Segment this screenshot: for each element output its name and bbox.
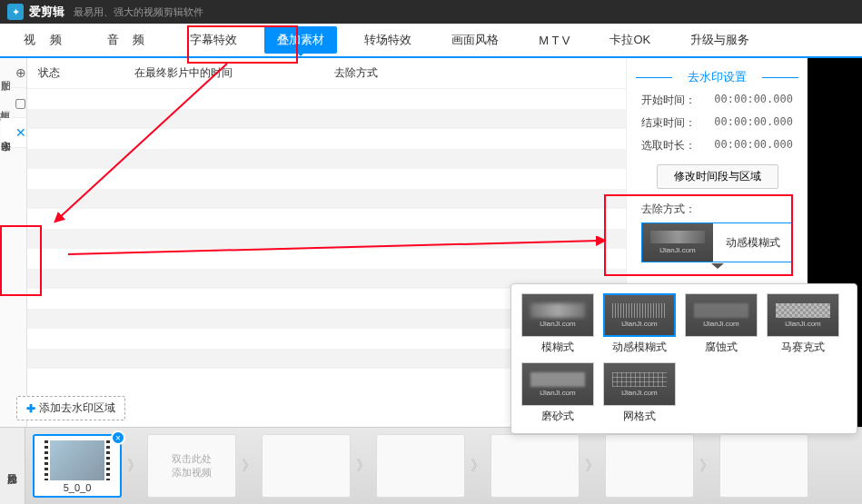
effect-option[interactable]: iJianJi.com腐蚀式 — [684, 293, 758, 355]
clip-arrow-icon: 》 — [471, 457, 485, 476]
table-row[interactable] — [27, 249, 626, 269]
remove-method-section: 去除方式： iJianJi.com 动感模糊式 — [636, 202, 798, 271]
effect-watermark-text: iJianJi.com — [621, 320, 658, 328]
side-tab-remove-watermark[interactable]: ✕ 去水印 — [1, 118, 26, 148]
effect-label: 磨砂式 — [541, 409, 574, 424]
timeline: 已添加片段 × 5_0_0 》 双击此处 添加视频 》 》 》 》 》 — [0, 427, 862, 504]
app-logo-icon: ✦ — [7, 4, 24, 20]
selected-effect-name: 动感模糊式 — [713, 235, 792, 251]
effects-grid: iJianJi.com模糊式iJianJi.com动感模糊式iJianJi.co… — [520, 293, 847, 424]
effect-label: 腐蚀式 — [705, 340, 738, 355]
add-watermark-region-button[interactable]: ✚ 添加去水印区域 — [16, 396, 125, 420]
empty-clip-slot[interactable] — [490, 434, 580, 498]
effect-watermark-text: iJianJi.com — [659, 246, 696, 254]
effect-watermark-text: iJianJi.com — [540, 389, 576, 397]
table-row[interactable] — [27, 129, 626, 149]
tab-picture-style[interactable]: 画面风格 — [439, 26, 511, 54]
empty-clip-slot[interactable] — [605, 434, 694, 498]
chevron-down-icon — [704, 262, 731, 271]
clip-close-button[interactable]: × — [111, 430, 125, 445]
effect-option[interactable]: iJianJi.com网格式 — [602, 362, 677, 424]
tab-subtitle-fx[interactable]: 字幕特效 — [177, 26, 250, 54]
start-time-label: 开始时间： — [641, 93, 696, 108]
app-name: 爱剪辑 — [29, 4, 64, 20]
panel-title: 去水印设置 — [636, 65, 798, 89]
tab-transition-fx[interactable]: 转场特效 — [352, 26, 424, 54]
table-row[interactable] — [27, 209, 626, 229]
effect-watermark-text: iJianJi.com — [540, 320, 576, 328]
effect-thumb: iJianJi.com — [603, 362, 676, 406]
plus-icon: ✚ — [26, 402, 35, 415]
effect-thumb: iJianJi.com — [642, 223, 713, 262]
effect-option[interactable]: iJianJi.com动感模糊式 — [602, 293, 677, 355]
end-time-label: 结束时间： — [641, 115, 696, 131]
side-tabs: ⊕ 加贴图 ▢ 加相框 ✕ 去水印 — [0, 58, 27, 427]
tab-upgrade-service[interactable]: 升级与服务 — [678, 26, 762, 54]
tab-karaoke[interactable]: 卡拉OK — [597, 26, 663, 54]
titlebar: ✦ 爱剪辑 最易用、强大的视频剪辑软件 — [0, 0, 862, 24]
tab-mtv[interactable]: M T V — [526, 28, 582, 53]
add-region-label: 添加去水印区域 — [39, 400, 115, 416]
table-row[interactable] — [27, 229, 626, 249]
tab-video[interactable]: 视 频 — [11, 26, 80, 54]
table-row[interactable] — [27, 169, 626, 189]
clip-arrow-icon: 》 — [356, 457, 371, 476]
remove-icon: ✕ — [15, 125, 26, 140]
effect-watermark-text: iJianJi.com — [703, 320, 739, 328]
plus-circle-icon: ⊕ — [15, 65, 26, 80]
side-tab-sticker[interactable]: ⊕ 加贴图 — [1, 58, 26, 88]
effect-thumb: iJianJi.com — [685, 293, 758, 337]
clip-arrow-icon: 》 — [585, 457, 599, 476]
table-row[interactable] — [27, 149, 626, 169]
th-remove-method: 去除方式 — [302, 65, 411, 81]
effect-label: 动感模糊式 — [612, 340, 667, 355]
empty-clip-slot[interactable]: 双击此处 添加视频 — [147, 434, 236, 498]
empty-clip-slot[interactable] — [262, 434, 351, 498]
start-time-value[interactable]: 00:00:00.000 — [714, 93, 793, 108]
clip-arrow-icon: 》 — [127, 457, 142, 476]
table-row[interactable] — [27, 189, 626, 209]
effect-label: 模糊式 — [541, 340, 574, 355]
tab-overlay-material[interactable]: 叠加素材 — [264, 26, 337, 54]
clip-name: 5_0_0 — [64, 482, 92, 493]
side-tab-frame[interactable]: ▢ 加相框 — [1, 88, 26, 118]
effect-option[interactable]: iJianJi.com磨砂式 — [520, 362, 595, 424]
empty-clip-slot[interactable] — [376, 434, 465, 498]
table-header: 状态 在最终影片中的时间 去除方式 — [27, 58, 626, 89]
empty-clip-slot[interactable] — [719, 434, 808, 498]
selected-effect-preview[interactable]: iJianJi.com 动感模糊式 — [641, 222, 793, 262]
effect-thumb: iJianJi.com — [521, 293, 594, 337]
empty-hint-line1: 双击此处 — [172, 452, 212, 466]
effect-thumb: iJianJi.com — [603, 293, 676, 337]
th-state: 状态 — [38, 65, 93, 81]
effect-thumb: iJianJi.com — [521, 362, 594, 406]
svg-marker-0 — [711, 263, 724, 269]
start-time-row: 开始时间： 00:00:00.000 — [636, 89, 798, 112]
clip-arrow-icon: 》 — [242, 457, 256, 476]
frame-icon: ▢ — [15, 95, 26, 110]
effect-thumb: iJianJi.com — [767, 293, 839, 337]
effect-option[interactable]: iJianJi.com模糊式 — [520, 293, 595, 355]
table-row[interactable] — [27, 89, 626, 109]
duration-value: 00:00:00.000 — [714, 138, 793, 153]
duration-row: 选取时长： 00:00:00.000 — [636, 134, 798, 157]
clip-thumbnail — [50, 440, 104, 480]
effects-popup: iJianJi.com模糊式iJianJi.com动感模糊式iJianJi.co… — [510, 283, 857, 434]
th-time: 在最终影片中的时间 — [93, 65, 274, 81]
effect-option[interactable]: iJianJi.com马赛克式 — [766, 293, 840, 355]
effect-label: 马赛克式 — [781, 340, 825, 355]
modify-time-region-button[interactable]: 修改时间段与区域 — [657, 164, 778, 189]
end-time-row: 结束时间： 00:00:00.000 — [636, 112, 798, 134]
table-row[interactable] — [27, 109, 626, 129]
remove-method-label: 去除方式： — [641, 202, 793, 217]
timeline-label: 已添加片段 — [0, 428, 25, 504]
clip-arrow-icon: 》 — [699, 457, 714, 476]
clip-item[interactable]: × 5_0_0 — [33, 434, 122, 498]
clips-area: × 5_0_0 》 双击此处 添加视频 》 》 》 》 》 — [25, 430, 862, 501]
tab-audio[interactable]: 音 频 — [94, 26, 163, 54]
end-time-value[interactable]: 00:00:00.000 — [714, 115, 793, 131]
empty-hint-line2: 添加视频 — [172, 466, 212, 479]
main-tabs: 视 频 音 频 字幕特效 叠加素材 转场特效 画面风格 M T V 卡拉OK 升… — [0, 24, 862, 58]
effect-dropdown-toggle[interactable] — [641, 262, 793, 271]
effect-watermark-text: iJianJi.com — [621, 389, 658, 397]
